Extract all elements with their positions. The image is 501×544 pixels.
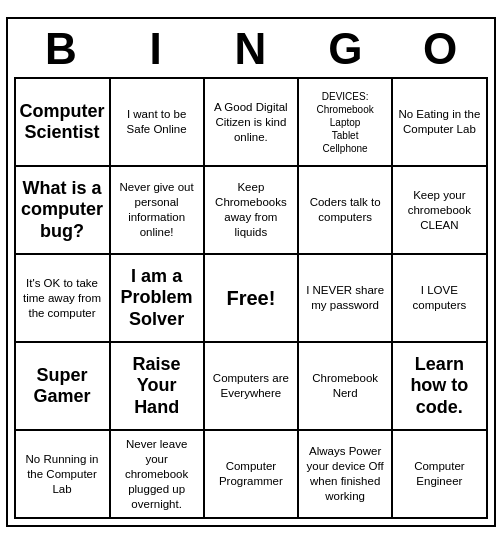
bingo-cell-4[interactable]: No Eating in the Computer Lab [392, 78, 486, 166]
letter-n: N [206, 25, 294, 73]
bingo-cell-21[interactable]: Never leave your chromebook plugged up o… [110, 430, 204, 518]
bingo-cell-8[interactable]: Coders talk to computers [298, 166, 392, 254]
bingo-cell-1[interactable]: I want to be Safe Online [110, 78, 204, 166]
bingo-cell-16[interactable]: Raise Your Hand [110, 342, 204, 430]
bingo-cell-2[interactable]: A Good Digital Citizen is kind online. [204, 78, 298, 166]
bingo-cell-19[interactable]: Learn how to code. [392, 342, 486, 430]
bingo-cell-20[interactable]: No Running in the Computer Lab [15, 430, 110, 518]
bingo-cell-6[interactable]: Never give out personal information onli… [110, 166, 204, 254]
bingo-cell-17[interactable]: Computers are Everywhere [204, 342, 298, 430]
bingo-header: B I N G O [14, 25, 488, 73]
bingo-cell-23[interactable]: Always Power your device Off when finish… [298, 430, 392, 518]
bingo-card: B I N G O Computer ScientistI want to be… [6, 17, 496, 527]
bingo-cell-11[interactable]: I am a Problem Solver [110, 254, 204, 342]
bingo-cell-5[interactable]: What is a computer bug? [15, 166, 110, 254]
bingo-cell-7[interactable]: Keep Chromebooks away from liquids [204, 166, 298, 254]
bingo-cell-22[interactable]: Computer Programmer [204, 430, 298, 518]
letter-o: O [396, 25, 484, 73]
bingo-cell-24[interactable]: Computer Engineer [392, 430, 486, 518]
bingo-grid: Computer ScientistI want to be Safe Onli… [14, 77, 488, 519]
bingo-cell-0[interactable]: Computer Scientist [15, 78, 110, 166]
bingo-cell-12[interactable]: Free! [204, 254, 298, 342]
bingo-cell-18[interactable]: Chromebook Nerd [298, 342, 392, 430]
bingo-cell-9[interactable]: Keep your chromebook CLEAN [392, 166, 486, 254]
letter-g: G [301, 25, 389, 73]
bingo-cell-10[interactable]: It's OK to take time away from the compu… [15, 254, 110, 342]
letter-i: I [112, 25, 200, 73]
letter-b: B [17, 25, 105, 73]
bingo-cell-14[interactable]: I LOVE computers [392, 254, 486, 342]
bingo-cell-13[interactable]: I NEVER share my password [298, 254, 392, 342]
bingo-cell-3[interactable]: DEVICES:ChromebookLaptopTabletCellphone [298, 78, 392, 166]
bingo-cell-15[interactable]: Super Gamer [15, 342, 110, 430]
